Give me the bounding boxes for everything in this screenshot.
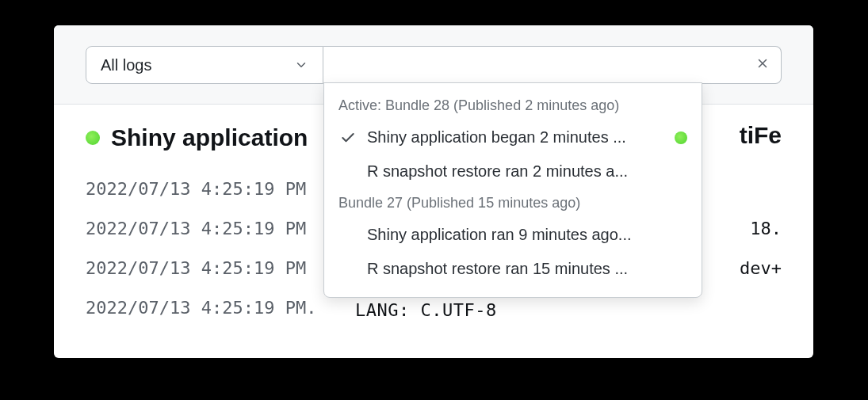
- check-icon: [338, 130, 358, 146]
- log-timestamp: 2022/07/13 4:25:19 PM: [86, 249, 306, 288]
- clear-search-button[interactable]: [750, 52, 775, 78]
- dropdown-group: Active: Bundle 28 (Published 2 minutes a…: [324, 91, 702, 189]
- dropdown-item-label: Shiny application ran 9 minutes ago...: [367, 226, 687, 244]
- log-filter-select[interactable]: All logs: [86, 46, 323, 84]
- dropdown-group-header: Bundle 27 (Published 15 minutes ago): [324, 189, 702, 218]
- dropdown-item[interactable]: R snapshot restore ran 15 minutes ...: [324, 252, 702, 286]
- dropdown-group-header: Active: Bundle 28 (Published 2 minutes a…: [324, 91, 702, 120]
- dropdown-item-label: Shiny application began 2 minutes ...: [367, 128, 665, 147]
- log-line-right: 18.: [750, 209, 782, 249]
- log-filter-label: All logs: [101, 56, 151, 74]
- log-heading-title: Shiny application: [111, 124, 308, 151]
- logs-panel: All logs Active: Bundle 28 (Published 2 …: [54, 25, 813, 358]
- log-timestamp: 2022/07/13 4:25:19 PM.: [86, 288, 316, 328]
- dropdown-item[interactable]: Shiny application ran 9 minutes ago...: [324, 218, 702, 252]
- log-filter-select-wrap: All logs: [86, 46, 323, 104]
- log-line-right: dev+: [740, 249, 782, 288]
- log-timestamp: 2022/07/13 4:25:19 PM: [86, 209, 306, 249]
- dropdown-group: Bundle 27 (Published 15 minutes ago) Shi…: [324, 189, 702, 286]
- status-dot-icon: [86, 131, 100, 145]
- log-timestamp: 2022/07/13 4:25:19 PM: [86, 170, 306, 209]
- log-heading-right-fragment: tiFe: [740, 122, 782, 149]
- dropdown-item[interactable]: Shiny application began 2 minutes ...: [324, 120, 702, 154]
- dropdown-item-label: R snapshot restore ran 15 minutes ...: [367, 260, 687, 278]
- dropdown-item-label: R snapshot restore ran 2 minutes a...: [367, 162, 687, 181]
- log-search-input[interactable]: [323, 46, 782, 84]
- log-picker-dropdown[interactable]: Active: Bundle 28 (Published 2 minutes a…: [323, 82, 702, 298]
- dropdown-item[interactable]: R snapshot restore ran 2 minutes a...: [324, 154, 702, 189]
- chevron-down-icon: [294, 58, 308, 72]
- status-dot-icon: [675, 131, 687, 144]
- close-icon: [755, 56, 770, 74]
